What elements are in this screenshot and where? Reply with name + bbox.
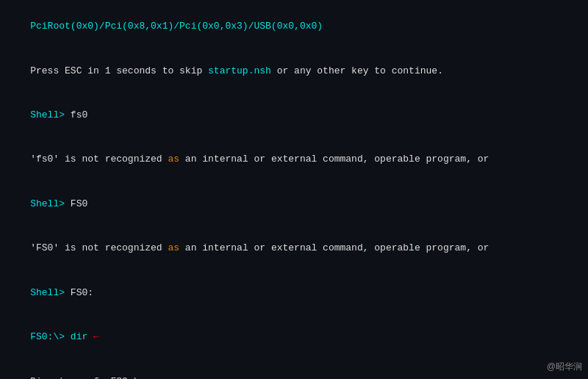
path-line: PciRoot(0x0)/Pci(0x8,0x1)/Pci(0x0,0x3)/U…	[7, 4, 581, 48]
watermark: @昭华涧	[547, 361, 582, 373]
cmd-fs0: Shell> fs0	[7, 93, 581, 137]
dir-of: Directory of: FS0:\	[7, 359, 581, 379]
cmd-dir: FS0:\> dir ←	[7, 315, 581, 359]
esc-line: Press ESC in 1 seconds to skip startup.n…	[7, 48, 581, 93]
fs0-error2: 'FS0' is not recognized as an internal o…	[7, 226, 581, 270]
terminal-window: PciRoot(0x0)/Pci(0x8,0x1)/Pci(0x0,0x3)/U…	[0, 0, 588, 379]
fs0-error1: 'fs0' is not recognized as an internal o…	[7, 137, 581, 181]
cmd-fs0-upper: Shell> FS0	[7, 182, 581, 226]
cmd-fs0-colon: Shell> FS0:	[7, 271, 581, 315]
